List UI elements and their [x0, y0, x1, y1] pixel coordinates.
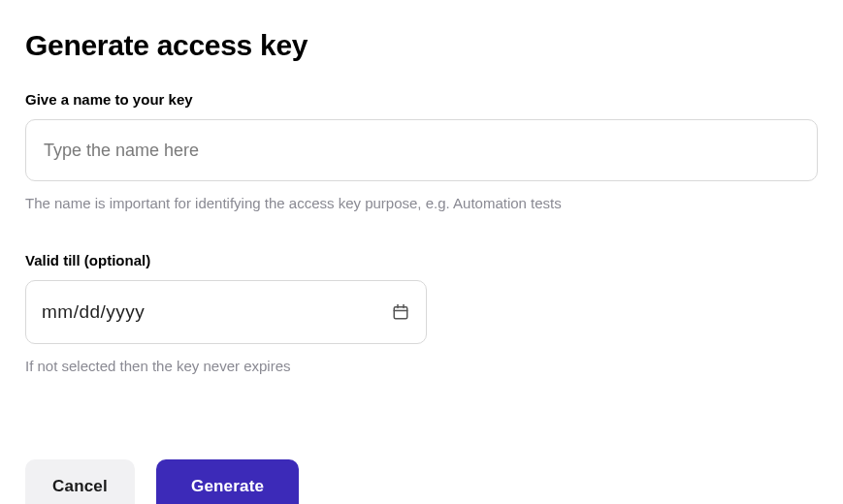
name-label: Give a name to your key	[25, 91, 818, 108]
key-name-input[interactable]	[25, 119, 818, 181]
generate-button[interactable]: Generate	[156, 459, 299, 504]
valid-till-field-group: Valid till (optional) If not selected th…	[25, 252, 818, 374]
date-input-wrapper	[25, 280, 427, 344]
valid-till-label: Valid till (optional)	[25, 252, 818, 268]
name-field-group: Give a name to your key The name is impo…	[25, 91, 818, 211]
valid-till-input[interactable]	[25, 280, 427, 344]
button-row: Cancel Generate	[25, 459, 818, 504]
valid-till-help-text: If not selected then the key never expir…	[25, 358, 818, 374]
cancel-button[interactable]: Cancel	[25, 459, 135, 504]
dialog-title: Generate access key	[25, 29, 818, 62]
name-help-text: The name is important for identifying th…	[25, 195, 818, 211]
